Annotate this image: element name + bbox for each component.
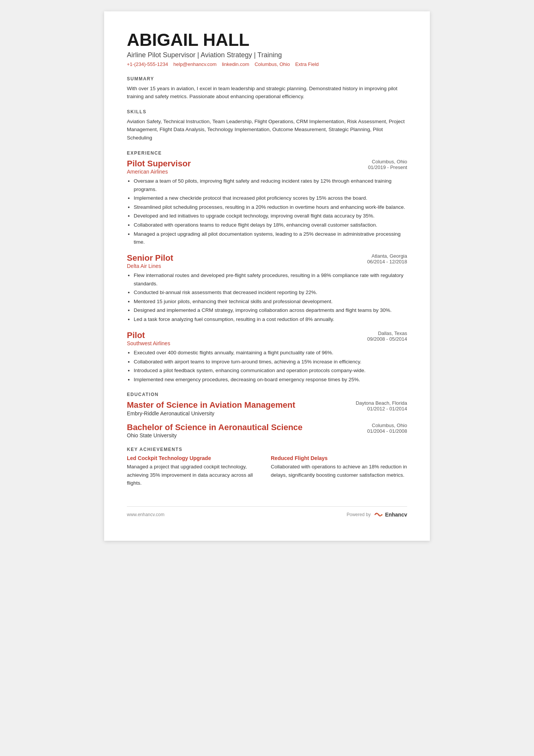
- achievement-2-body: Collaborated with operations to achieve …: [271, 463, 407, 479]
- achievement-1: Led Cockpit Technology Upgrade Managed a…: [127, 455, 263, 487]
- degree-1-location: Daytona Beach, Florida: [356, 400, 407, 406]
- education-label: EDUCATION: [127, 392, 407, 397]
- job-3-header: Pilot Southwest Airlines Dallas, Texas 0…: [127, 330, 407, 346]
- job-1: Pilot Supervisor American Airlines Colum…: [127, 159, 407, 246]
- degree-2-school: Ohio State University: [127, 432, 303, 438]
- job-3-title: Pilot: [127, 330, 170, 340]
- achievements-label: KEY ACHIEVEMENTS: [127, 447, 407, 452]
- degree-1-school: Embry-Riddle Aeronautical University: [127, 410, 295, 416]
- list-item: Implemented a new checkride protocol tha…: [134, 194, 407, 202]
- powered-by-text: Powered by: [347, 512, 370, 517]
- list-item: Introduced a pilot feedback system, enha…: [134, 366, 407, 375]
- job-3-location: Dallas, Texas: [367, 330, 407, 336]
- degree-1-header: Master of Science in Aviation Management…: [127, 400, 407, 416]
- contact-phone: +1-(234)-555-1234: [127, 61, 168, 67]
- list-item: Collaborated with airport teams to impro…: [134, 358, 407, 366]
- degree-2-header: Bachelor of Science in Aeronautical Scie…: [127, 423, 407, 438]
- list-item: Conducted bi-annual risk assessments tha…: [134, 288, 407, 297]
- header: ABIGAIL HALL Airline Pilot Supervisor | …: [127, 30, 407, 67]
- achievements-section: KEY ACHIEVEMENTS Led Cockpit Technology …: [127, 447, 407, 487]
- degree-2-location: Columbus, Ohio: [367, 423, 407, 428]
- list-item: Implemented new emergency procedures, de…: [134, 376, 407, 384]
- list-item: Oversaw a team of 50 pilots, improving f…: [134, 177, 407, 193]
- job-1-location: Columbus, Ohio: [368, 159, 407, 164]
- job-3-company: Southwest Airlines: [127, 340, 170, 346]
- candidate-name: ABIGAIL HALL: [127, 30, 407, 50]
- page-footer: www.enhancv.com Powered by Enhancv: [127, 506, 407, 518]
- contact-line: +1-(234)-555-1234 help@enhancv.com linke…: [127, 61, 407, 67]
- candidate-title: Airline Pilot Supervisor | Aviation Stra…: [127, 51, 407, 59]
- job-3: Pilot Southwest Airlines Dallas, Texas 0…: [127, 330, 407, 384]
- contact-linkedin[interactable]: linkedin.com: [222, 61, 249, 67]
- job-2: Senior Pilot Delta Air Lines Atlanta, Ge…: [127, 253, 407, 324]
- list-item: Led a task force analyzing fuel consumpt…: [134, 315, 407, 324]
- list-item: Designed and implemented a CRM strategy,…: [134, 306, 407, 315]
- education-section: EDUCATION Master of Science in Aviation …: [127, 392, 407, 438]
- degree-2-info: Bachelor of Science in Aeronautical Scie…: [127, 423, 303, 438]
- degree-1-meta: Daytona Beach, Florida 01/2012 - 01/2014: [356, 400, 407, 412]
- job-1-bullets: Oversaw a team of 50 pilots, improving f…: [127, 177, 407, 246]
- list-item: Developed and led initiatives to upgrade…: [134, 212, 407, 220]
- degree-2-title: Bachelor of Science in Aeronautical Scie…: [127, 423, 303, 432]
- degree-1-title: Master of Science in Aviation Management: [127, 400, 295, 410]
- degree-2-meta: Columbus, Ohio 01/2004 - 01/2008: [367, 423, 407, 434]
- job-1-header: Pilot Supervisor American Airlines Colum…: [127, 159, 407, 175]
- job-1-meta: Columbus, Ohio 01/2019 - Present: [368, 159, 407, 170]
- degree-1-info: Master of Science in Aviation Management…: [127, 400, 295, 416]
- achievement-2-title: Reduced Flight Delays: [271, 455, 407, 461]
- skills-text: Aviation Safety, Technical Instruction, …: [127, 117, 407, 142]
- job-3-dates: 09/2008 - 05/2014: [367, 336, 407, 342]
- degree-1: Master of Science in Aviation Management…: [127, 400, 407, 416]
- job-2-dates: 06/2014 - 12/2018: [367, 259, 407, 265]
- contact-email[interactable]: help@enhancv.com: [173, 61, 217, 67]
- job-2-bullets: Flew international routes and developed …: [127, 271, 407, 324]
- job-1-title: Pilot Supervisor: [127, 159, 191, 169]
- job-3-title-block: Pilot Southwest Airlines: [127, 330, 170, 346]
- job-2-company: Delta Air Lines: [127, 263, 173, 269]
- footer-website: www.enhancv.com: [127, 512, 164, 517]
- job-2-meta: Atlanta, Georgia 06/2014 - 12/2018: [367, 253, 407, 265]
- summary-text: With over 15 years in aviation, I excel …: [127, 85, 407, 101]
- skills-section: SKILLS Aviation Safety, Technical Instru…: [127, 109, 407, 142]
- degree-2-dates: 01/2004 - 01/2008: [367, 428, 407, 434]
- resume-page: ABIGAIL HALL Airline Pilot Supervisor | …: [104, 11, 430, 541]
- footer-brand: Powered by Enhancv: [347, 511, 407, 518]
- achievement-1-body: Managed a project that upgraded cockpit …: [127, 463, 263, 487]
- list-item: Flew international routes and developed …: [134, 271, 407, 288]
- degree-1-dates: 01/2012 - 01/2014: [356, 406, 407, 412]
- job-2-header: Senior Pilot Delta Air Lines Atlanta, Ge…: [127, 253, 407, 269]
- enhancv-icon: [373, 511, 384, 518]
- list-item: Streamlined pilot scheduling processes, …: [134, 203, 407, 211]
- experience-label: EXPERIENCE: [127, 150, 407, 156]
- brand-name: Enhancv: [385, 512, 407, 518]
- enhancv-logo: Enhancv: [373, 511, 407, 518]
- skills-label: SKILLS: [127, 109, 407, 114]
- summary-label: SUMMARY: [127, 76, 407, 81]
- experience-section: EXPERIENCE Pilot Supervisor American Air…: [127, 150, 407, 384]
- list-item: Managed a project upgrading all pilot do…: [134, 230, 407, 246]
- achievements-grid: Led Cockpit Technology Upgrade Managed a…: [127, 455, 407, 487]
- list-item: Mentored 15 junior pilots, enhancing the…: [134, 297, 407, 306]
- job-1-title-block: Pilot Supervisor American Airlines: [127, 159, 191, 175]
- job-3-meta: Dallas, Texas 09/2008 - 05/2014: [367, 330, 407, 342]
- list-item: Collaborated with operations teams to re…: [134, 221, 407, 229]
- job-1-company: American Airlines: [127, 169, 191, 175]
- degree-2: Bachelor of Science in Aeronautical Scie…: [127, 423, 407, 438]
- contact-extra: Extra Field: [295, 61, 319, 67]
- achievement-2: Reduced Flight Delays Collaborated with …: [271, 455, 407, 487]
- contact-location: Columbus, Ohio: [255, 61, 290, 67]
- list-item: Executed over 400 domestic flights annua…: [134, 349, 407, 357]
- job-2-location: Atlanta, Georgia: [367, 253, 407, 259]
- job-3-bullets: Executed over 400 domestic flights annua…: [127, 349, 407, 383]
- summary-section: SUMMARY With over 15 years in aviation, …: [127, 76, 407, 101]
- job-2-title: Senior Pilot: [127, 253, 173, 263]
- job-1-dates: 01/2019 - Present: [368, 164, 407, 170]
- achievement-1-title: Led Cockpit Technology Upgrade: [127, 455, 263, 461]
- job-2-title-block: Senior Pilot Delta Air Lines: [127, 253, 173, 269]
